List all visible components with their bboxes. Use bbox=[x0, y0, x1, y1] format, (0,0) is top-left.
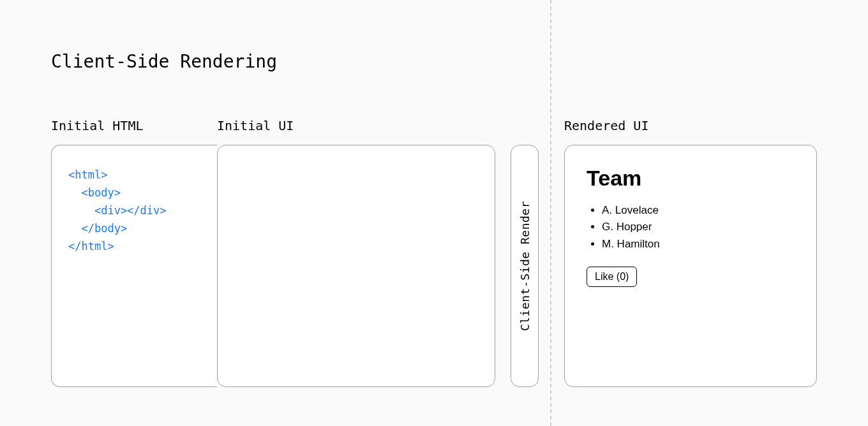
rendered-heading: Team bbox=[587, 166, 795, 191]
code-line: </body> bbox=[68, 219, 200, 237]
initial-html-panel: <html> <body> <div></div> </body> </html… bbox=[51, 145, 217, 387]
list-item: A. Lovelace bbox=[602, 202, 795, 219]
team-list: A. Lovelace G. Hopper M. Hamilton bbox=[587, 202, 795, 253]
rendered-ui-label: Rendered UI bbox=[564, 118, 817, 133]
initial-html-label: Initial HTML bbox=[51, 118, 217, 133]
rendered-ui-panel: Team A. Lovelace G. Hopper M. Hamilton L… bbox=[564, 145, 817, 387]
code-line: </html> bbox=[68, 237, 200, 255]
code-line: <html> bbox=[68, 166, 200, 184]
code-line: <body> bbox=[68, 184, 200, 202]
rendered-ui-column: Rendered UI Team A. Lovelace G. Hopper M… bbox=[564, 118, 817, 387]
initial-ui-label: Initial UI bbox=[217, 118, 495, 133]
initial-ui-column: Initial UI bbox=[217, 118, 495, 387]
list-item: G. Hopper bbox=[602, 219, 795, 235]
code-line: <div></div> bbox=[68, 202, 200, 219]
initial-ui-panel bbox=[217, 145, 495, 387]
render-step-label: Client-Side Render bbox=[518, 201, 532, 331]
render-step-pill: Client-Side Render bbox=[511, 145, 539, 387]
diagram-title: Client-Side Rendering bbox=[51, 51, 817, 72]
initial-html-code: <html> <body> <div></div> </body> </html… bbox=[68, 166, 200, 255]
initial-html-column: Initial HTML <html> <body> <div></div> <… bbox=[51, 118, 217, 387]
columns-row: Initial HTML <html> <body> <div></div> <… bbox=[51, 118, 817, 387]
list-item: M. Hamilton bbox=[602, 236, 795, 253]
like-button[interactable]: Like (0) bbox=[587, 267, 637, 287]
